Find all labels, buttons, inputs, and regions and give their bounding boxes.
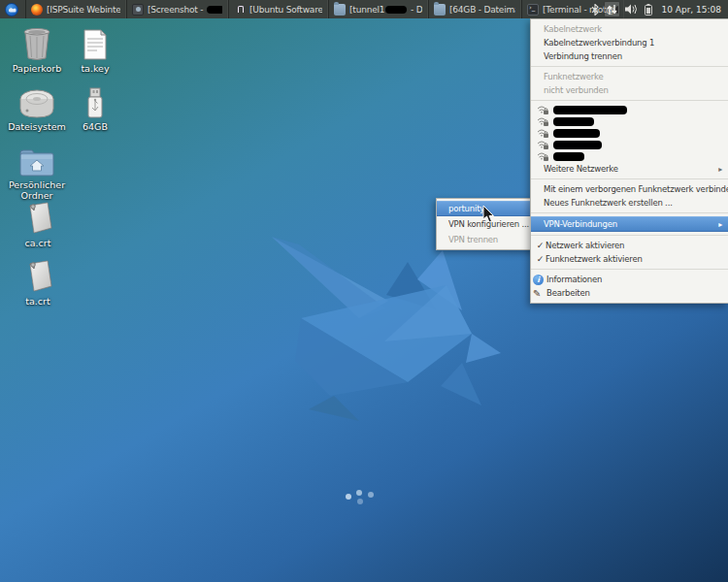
icon-label: ta.crt <box>7 296 69 307</box>
desktop-icon-trash[interactable]: Papierkorb <box>6 27 68 74</box>
checkmark-icon: ✓ <box>535 254 546 264</box>
terminal-icon <box>527 4 539 16</box>
menu-item-more-networks[interactable]: Weitere Netzwerke ▸ <box>531 162 728 176</box>
battery-icon <box>645 4 652 16</box>
firefox-icon <box>31 4 43 16</box>
desktop-icon-home[interactable]: Persönlicher Ordner <box>6 144 68 201</box>
harddisk-icon <box>19 89 54 118</box>
menu-separator <box>531 269 728 270</box>
menu-item-wired-connection[interactable]: Kabelnetzwerkverbindung 1 <box>531 36 728 49</box>
menu-item-enable-wifi[interactable]: ✓ Funknetzwerk aktivieren <box>531 252 728 266</box>
icon-label: Papierkorb <box>6 63 68 74</box>
menu-item-enable-network[interactable]: ✓ Netzwerk aktivieren <box>531 239 728 252</box>
window-button-ispsuite[interactable]: [ISPSuite Webinterfac... <box>25 0 126 18</box>
redacted-ssid <box>553 152 584 161</box>
submenu-arrow-icon: ▸ <box>718 165 722 174</box>
redacted-ssid <box>553 106 627 114</box>
redaction-bar <box>385 6 407 14</box>
redacted-ssid <box>553 129 600 138</box>
desktop-icon-usb-64gb[interactable]: 64GB <box>64 85 126 132</box>
software-center-icon <box>234 4 246 16</box>
menu-header-wireless: Funknetzwerke <box>531 70 728 83</box>
network-manager-tray-button[interactable] <box>604 1 620 17</box>
wifi-lock-icon <box>537 140 549 150</box>
window-title: [ISPSuite Webinterfac... <box>47 5 120 15</box>
menu-item-wifi-network[interactable] <box>531 150 728 162</box>
applications-menu-button[interactable] <box>3 1 19 17</box>
menu-header-wired: Kabelnetzwerk <box>531 22 728 36</box>
certificate-file-icon <box>22 202 53 235</box>
menu-separator <box>531 178 728 179</box>
wifi-lock-icon <box>537 128 549 139</box>
menu-item-edit[interactable]: ✎ Bearbeiten <box>531 286 728 300</box>
pencil-icon: ✎ <box>533 288 544 299</box>
menu-separator <box>531 212 728 213</box>
menu-item-wifi-network[interactable] <box>531 127 728 139</box>
battery-tray-button[interactable] <box>643 1 654 17</box>
wifi-lock-icon <box>537 105 549 115</box>
menu-item-wifi-network[interactable] <box>531 104 728 115</box>
icon-label: ca.crt <box>7 238 69 248</box>
volume-tray-button[interactable] <box>623 1 640 17</box>
menu-separator <box>531 66 728 67</box>
redacted-ssid <box>553 117 594 126</box>
window-title: [64GB - Dateimanager] <box>449 5 515 15</box>
menu-item-disconnect[interactable]: Verbindung trennen <box>531 49 728 63</box>
window-button-64gb[interactable]: [64GB - Dateimanager] <box>428 0 521 18</box>
redaction-bar <box>207 6 222 14</box>
desktop-icon-ca-crt[interactable]: ca.crt <box>7 202 69 248</box>
window-buttons: [ISPSuite Webinterfac... [Screenshot - 2… <box>25 0 585 18</box>
network-manager-menu: Kabelnetzwerk Kabelnetzwerkverbindung 1 … <box>530 18 728 304</box>
window-button-software-center[interactable]: [Ubuntu Software-Cen... <box>228 0 328 18</box>
submenu-item-vpn-disconnect: VPN trennen <box>437 232 536 247</box>
certificate-file-icon <box>22 260 53 293</box>
window-title: [Screenshot - 20... <box>148 5 222 15</box>
window-title: [tunnel1 - Datei... <box>349 5 422 15</box>
folder-icon <box>334 4 346 16</box>
home-folder-icon <box>19 147 54 177</box>
menu-item-wifi-status: nicht verbunden <box>531 83 728 97</box>
speaker-icon <box>625 4 638 15</box>
icon-label: ta.key <box>64 63 126 74</box>
checkmark-icon: ✓ <box>535 241 546 250</box>
icon-label: Persönlicher Ordner <box>6 179 68 201</box>
bluetooth-icon <box>591 4 599 16</box>
desktop-icon-ta-key[interactable]: ta.key <box>64 27 126 74</box>
top-panel: [ISPSuite Webinterfac... [Screenshot - 2… <box>0 0 728 18</box>
busy-spinner <box>342 487 381 506</box>
usb-drive-icon <box>86 87 104 118</box>
menu-item-information[interactable]: i Informationen <box>531 273 728 286</box>
menu-separator <box>531 100 728 101</box>
icon-label: 64GB <box>64 121 126 132</box>
menu-item-new-network[interactable]: Neues Funknetzwerk erstellen ... <box>531 196 728 210</box>
bluetooth-tray-button[interactable] <box>589 1 601 17</box>
network-arrows-icon <box>607 4 617 16</box>
system-tray <box>589 1 654 17</box>
folder-icon <box>434 4 446 16</box>
wifi-lock-icon <box>537 151 549 162</box>
menu-item-hidden-network[interactable]: Mit einem verborgenen Funknetzwerk verbi… <box>531 182 728 196</box>
menu-item-wifi-network[interactable] <box>531 115 728 127</box>
wifi-lock-icon <box>537 116 549 127</box>
window-button-screenshot[interactable]: [Screenshot - 20... <box>126 0 228 18</box>
menu-separator <box>531 235 728 236</box>
mouse-cursor <box>482 205 495 223</box>
redacted-ssid <box>553 141 602 149</box>
info-icon: i <box>533 275 544 285</box>
camera-icon <box>132 4 144 16</box>
submenu-arrow-icon: ▸ <box>718 220 722 229</box>
window-button-tunnel1[interactable]: [tunnel1 - Datei... <box>328 0 428 18</box>
window-title: [Ubuntu Software-Cen... <box>249 5 322 15</box>
menu-item-vpn-connections[interactable]: VPN-Verbindungen ▸ <box>531 216 728 232</box>
text-file-icon <box>83 29 108 60</box>
desktop-icon-ta-crt[interactable]: ta.crt <box>7 260 69 307</box>
clock[interactable]: 10 Apr, 15:08 <box>661 5 721 15</box>
menu-item-wifi-network[interactable] <box>531 139 728 150</box>
icon-label: Dateisystem <box>6 121 68 132</box>
desktop-icon-filesystem[interactable]: Dateisystem <box>6 85 68 132</box>
xubuntu-logo-icon <box>5 3 18 16</box>
trash-icon <box>22 28 51 60</box>
